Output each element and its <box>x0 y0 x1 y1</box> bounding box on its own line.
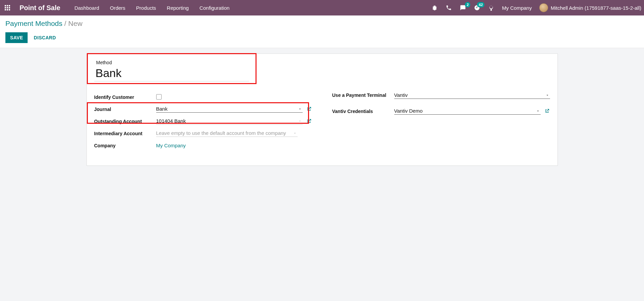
messages-badge: 2 <box>465 2 470 7</box>
avatar <box>539 3 548 12</box>
vantiv-credentials-input[interactable] <box>394 108 536 114</box>
caret-down-icon[interactable] <box>535 108 540 114</box>
use-terminal-input[interactable] <box>394 92 545 98</box>
caret-down-icon[interactable] <box>297 106 302 112</box>
outstanding-account-input[interactable] <box>156 118 298 124</box>
external-link-icon[interactable] <box>306 106 312 112</box>
breadcrumb-current: New <box>68 20 82 27</box>
breadcrumb: Payment Methods / New <box>5 20 639 28</box>
breadcrumb-sep: / <box>62 20 68 27</box>
company-value[interactable]: My Company <box>156 143 186 148</box>
identify-customer-label: Identify Customer <box>94 94 156 100</box>
bug-icon[interactable] <box>431 4 438 11</box>
top-navbar: Point of Sale Dashboard Orders Products … <box>0 0 644 15</box>
nav-link-dashboard[interactable]: Dashboard <box>74 5 99 11</box>
journal-label: Journal <box>94 106 156 112</box>
external-link-icon[interactable] <box>544 108 550 114</box>
messages-icon[interactable]: 2 <box>460 4 466 11</box>
method-label: Method <box>94 60 259 65</box>
control-bar: Payment Methods / New SAVE DISCARD <box>0 15 644 48</box>
caret-down-icon[interactable] <box>545 92 550 98</box>
nav-link-reporting[interactable]: Reporting <box>167 5 189 11</box>
intermediary-account-label: Intermediary Account <box>94 130 156 136</box>
intermediary-account-input[interactable] <box>156 130 293 136</box>
identify-customer-checkbox[interactable] <box>156 94 162 100</box>
user-menu[interactable]: Mitchell Admin (17591877-saas-15-2-all) <box>539 3 641 12</box>
external-link-icon[interactable] <box>306 118 312 124</box>
company-label: Company <box>94 142 156 148</box>
use-terminal-label: Use a Payment Terminal <box>332 91 394 98</box>
save-button[interactable]: SAVE <box>5 32 28 43</box>
discard-button[interactable]: DISCARD <box>34 35 56 40</box>
breadcrumb-parent[interactable]: Payment Methods <box>5 20 62 27</box>
nav-links: Dashboard Orders Products Reporting Conf… <box>74 5 230 11</box>
nav-link-products[interactable]: Products <box>136 5 156 11</box>
user-name: Mitchell Admin (17591877-saas-15-2-all) <box>551 5 641 11</box>
nav-link-orders[interactable]: Orders <box>110 5 126 11</box>
app-brand[interactable]: Point of Sale <box>20 4 60 12</box>
phone-icon[interactable] <box>445 4 452 11</box>
activities-icon[interactable]: 42 <box>474 4 480 11</box>
caret-down-icon[interactable] <box>297 118 302 124</box>
form-sheet: Method Identify Customer Journal <box>87 53 558 166</box>
journal-input[interactable] <box>156 106 298 112</box>
activities-badge: 42 <box>477 2 484 7</box>
outstanding-account-label: Outstanding Account <box>94 118 156 124</box>
nav-link-configuration[interactable]: Configuration <box>200 5 230 11</box>
caret-down-icon[interactable] <box>292 130 297 136</box>
company-switcher[interactable]: My Company <box>502 5 532 11</box>
method-input[interactable] <box>94 67 249 81</box>
vantiv-credentials-label: Vantiv Credentials <box>332 108 394 114</box>
apps-icon[interactable] <box>5 5 10 10</box>
tools-icon[interactable] <box>488 4 495 11</box>
